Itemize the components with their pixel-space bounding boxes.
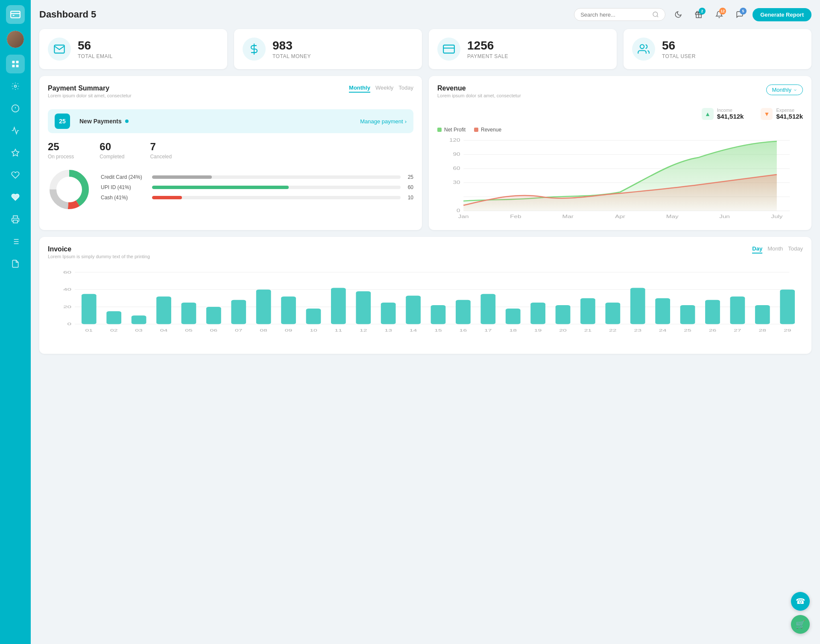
donut-chart bbox=[48, 168, 91, 211]
invoice-bar[interactable] bbox=[106, 311, 121, 324]
credit-card-fill bbox=[152, 175, 212, 179]
manage-payment-link[interactable]: Manage payment › bbox=[360, 118, 407, 125]
sidebar-item-print[interactable] bbox=[6, 210, 25, 229]
dollar-icon bbox=[248, 43, 260, 55]
header: Dashboard 5 2 12 5 Generate Report bbox=[39, 7, 811, 22]
svg-text:13: 13 bbox=[384, 328, 392, 333]
user-avatar[interactable] bbox=[7, 31, 24, 48]
income-value: $41,512k bbox=[717, 113, 744, 120]
invoice-bar[interactable] bbox=[630, 288, 645, 324]
progress-bars: Credit Card (24%) 25 UPI ID (41%) 60 bbox=[101, 174, 413, 205]
main-content: Dashboard 5 2 12 5 Generate Report bbox=[31, 0, 820, 644]
bell-badge: 12 bbox=[719, 8, 726, 15]
tab-weekly[interactable]: Weekly bbox=[375, 85, 393, 93]
sidebar-item-list[interactable] bbox=[6, 232, 25, 251]
svg-text:29: 29 bbox=[784, 328, 791, 333]
svg-text:25: 25 bbox=[684, 328, 691, 333]
middle-row: Payment Summary Lorem ipsum dolor sit am… bbox=[39, 76, 811, 230]
email-icon bbox=[53, 43, 65, 55]
invoice-header: Invoice Lorem Ipsum is simply dummy text… bbox=[48, 245, 803, 264]
new-payments-badge: 25 bbox=[55, 114, 70, 129]
net-profit-dot bbox=[437, 128, 442, 132]
support-float-button[interactable]: ☎ bbox=[791, 592, 810, 611]
invoice-bar[interactable] bbox=[356, 291, 371, 324]
invoice-bar[interactable] bbox=[730, 297, 745, 324]
cart-float-button[interactable]: 🛒 bbox=[791, 615, 810, 634]
invoice-bar[interactable] bbox=[281, 297, 296, 324]
svg-text:Jun: Jun bbox=[719, 214, 730, 219]
bell-icon-btn[interactable]: 12 bbox=[712, 7, 727, 22]
gift-icon-btn[interactable]: 2 bbox=[691, 7, 706, 22]
invoice-bar[interactable] bbox=[655, 298, 670, 324]
invoice-bar[interactable] bbox=[306, 309, 321, 324]
invoice-bar[interactable] bbox=[82, 294, 97, 324]
sidebar-logo[interactable] bbox=[6, 5, 25, 24]
total-user-icon-wrap bbox=[632, 38, 655, 61]
stat-card-total-email: 56 TOTAL EMAIL bbox=[39, 29, 227, 69]
invoice-bar[interactable] bbox=[132, 315, 146, 324]
invoice-bar[interactable] bbox=[206, 307, 221, 324]
invoice-tab-month[interactable]: Month bbox=[767, 245, 783, 254]
invoice-bar[interactable] bbox=[605, 303, 620, 324]
sidebar-item-favorites[interactable] bbox=[6, 143, 25, 162]
income-icon: ▲ bbox=[702, 108, 714, 120]
invoice-tab-today[interactable]: Today bbox=[788, 245, 803, 254]
invoice-bar[interactable] bbox=[381, 303, 396, 324]
revenue-monthly-dropdown[interactable]: Monthly bbox=[766, 85, 803, 95]
invoice-bar[interactable] bbox=[580, 298, 595, 324]
floating-buttons: ☎ 🛒 bbox=[791, 592, 810, 634]
invoice-bar[interactable] bbox=[231, 300, 246, 324]
sidebar-item-liked[interactable] bbox=[6, 188, 25, 207]
stat-card-payment-sale: 1256 PAYMENT SALE bbox=[429, 29, 617, 69]
svg-text:26: 26 bbox=[709, 328, 717, 333]
payment-tabs: Monthly Weekly Today bbox=[349, 85, 413, 93]
completed-number: 60 bbox=[100, 141, 124, 153]
svg-rect-11 bbox=[13, 220, 18, 223]
invoice-bar[interactable] bbox=[431, 305, 446, 324]
invoice-bar[interactable] bbox=[556, 305, 571, 324]
svg-text:July: July bbox=[771, 214, 783, 219]
invoice-bar[interactable] bbox=[530, 303, 545, 324]
invoice-bar[interactable] bbox=[705, 300, 720, 324]
svg-text:60: 60 bbox=[63, 270, 71, 274]
sidebar-item-wishlist[interactable] bbox=[6, 166, 25, 184]
search-input[interactable] bbox=[580, 12, 649, 18]
chat-badge: 5 bbox=[740, 8, 747, 15]
svg-text:28: 28 bbox=[759, 328, 767, 333]
invoice-bar[interactable] bbox=[755, 305, 770, 324]
tab-monthly[interactable]: Monthly bbox=[349, 85, 370, 93]
revenue-header: Revenue Lorem ipsum dolor sit amet, cons… bbox=[437, 85, 803, 103]
new-payments-row: 25 New Payments Manage payment › bbox=[48, 109, 413, 133]
sidebar-item-info[interactable] bbox=[6, 99, 25, 118]
invoice-bar[interactable] bbox=[256, 290, 271, 324]
search-icon[interactable] bbox=[652, 11, 659, 18]
svg-text:03: 03 bbox=[135, 328, 143, 333]
stats-row: 56 TOTAL EMAIL 983 TOTAL MONEY 1256 PAYM… bbox=[39, 29, 811, 69]
invoice-bar[interactable] bbox=[680, 305, 695, 324]
svg-text:11: 11 bbox=[335, 328, 343, 333]
invoice-bar[interactable] bbox=[506, 309, 521, 324]
invoice-bar[interactable] bbox=[156, 297, 171, 324]
generate-report-button[interactable]: Generate Report bbox=[753, 8, 811, 21]
invoice-bar[interactable] bbox=[480, 294, 495, 324]
dark-mode-toggle[interactable] bbox=[671, 7, 686, 22]
tab-today[interactable]: Today bbox=[398, 85, 413, 93]
page-title: Dashboard 5 bbox=[39, 9, 96, 20]
sidebar-item-analytics[interactable] bbox=[6, 121, 25, 140]
invoice-bar[interactable] bbox=[780, 290, 795, 324]
sidebar-item-document[interactable] bbox=[6, 254, 25, 273]
sidebar-item-dashboard[interactable] bbox=[6, 55, 25, 73]
chat-icon-btn[interactable]: 5 bbox=[732, 7, 747, 22]
sidebar-item-settings[interactable] bbox=[6, 77, 25, 96]
invoice-bar[interactable] bbox=[331, 288, 346, 324]
invoice-card: Invoice Lorem Ipsum is simply dummy text… bbox=[39, 237, 811, 354]
legend-revenue: Revenue bbox=[474, 127, 501, 133]
invoice-tab-day[interactable]: Day bbox=[752, 245, 762, 254]
payment-stats: 25 On process 60 Completed 7 Canceled bbox=[48, 141, 413, 160]
invoice-bar[interactable] bbox=[406, 296, 421, 324]
invoice-title: Invoice bbox=[48, 245, 150, 253]
revenue-subtitle: Lorem ipsum dolor sit amet, consectetur bbox=[437, 93, 521, 98]
invoice-bar[interactable] bbox=[182, 303, 196, 324]
expense-item: ▼ Expense $41,512k bbox=[761, 108, 803, 120]
invoice-bar[interactable] bbox=[456, 300, 471, 324]
